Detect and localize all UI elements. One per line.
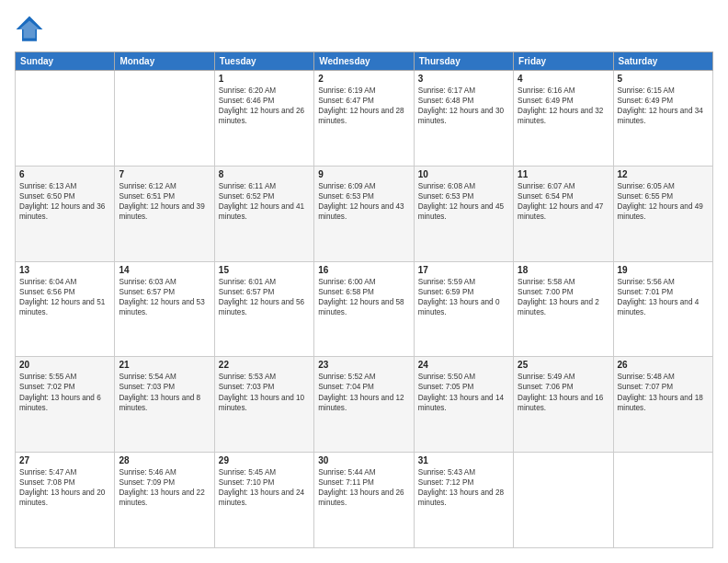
- day-number: 19: [618, 265, 709, 275]
- weekday-header-row: SundayMondayTuesdayWednesdayThursdayFrid…: [16, 52, 713, 71]
- calendar-cell: 23Sunrise: 5:52 AM Sunset: 7:04 PM Dayli…: [314, 357, 414, 453]
- calendar-cell: 4Sunrise: 6:16 AM Sunset: 6:49 PM Daylig…: [514, 71, 613, 167]
- calendar: SundayMondayTuesdayWednesdayThursdayFrid…: [15, 52, 713, 548]
- day-info: Sunrise: 5:49 AM Sunset: 7:06 PM Dayligh…: [518, 372, 609, 412]
- calendar-cell: 22Sunrise: 5:53 AM Sunset: 7:03 PM Dayli…: [214, 357, 313, 453]
- day-info: Sunrise: 5:53 AM Sunset: 7:03 PM Dayligh…: [219, 372, 310, 412]
- calendar-cell: 2Sunrise: 6:19 AM Sunset: 6:47 PM Daylig…: [314, 71, 414, 167]
- calendar-cell: 28Sunrise: 5:46 AM Sunset: 7:09 PM Dayli…: [115, 453, 214, 548]
- calendar-cell: [16, 71, 115, 167]
- calendar-cell: 20Sunrise: 5:55 AM Sunset: 7:02 PM Dayli…: [16, 357, 115, 453]
- day-info: Sunrise: 6:12 AM Sunset: 6:51 PM Dayligh…: [119, 181, 210, 222]
- calendar-cell: 9Sunrise: 6:09 AM Sunset: 6:53 PM Daylig…: [314, 166, 414, 261]
- day-number: 4: [518, 74, 609, 84]
- day-info: Sunrise: 5:43 AM Sunset: 7:12 PM Dayligh…: [418, 467, 509, 508]
- day-info: Sunrise: 6:16 AM Sunset: 6:49 PM Dayligh…: [518, 86, 609, 126]
- weekday-header-friday: Friday: [514, 52, 613, 71]
- day-info: Sunrise: 5:52 AM Sunset: 7:04 PM Dayligh…: [318, 372, 409, 412]
- day-number: 6: [19, 169, 110, 179]
- calendar-week-row: 1Sunrise: 6:20 AM Sunset: 6:46 PM Daylig…: [16, 71, 713, 167]
- day-number: 24: [418, 360, 509, 370]
- day-info: Sunrise: 5:50 AM Sunset: 7:05 PM Dayligh…: [418, 372, 509, 412]
- calendar-cell: 26Sunrise: 5:48 AM Sunset: 7:07 PM Dayli…: [613, 357, 712, 453]
- day-info: Sunrise: 6:03 AM Sunset: 6:57 PM Dayligh…: [119, 277, 210, 317]
- day-info: Sunrise: 5:58 AM Sunset: 7:00 PM Dayligh…: [518, 277, 609, 317]
- logo: [15, 15, 48, 44]
- day-info: Sunrise: 5:54 AM Sunset: 7:03 PM Dayligh…: [119, 372, 210, 412]
- calendar-cell: 18Sunrise: 5:58 AM Sunset: 7:00 PM Dayli…: [514, 261, 613, 357]
- day-number: 12: [618, 169, 709, 179]
- day-number: 20: [19, 360, 110, 370]
- day-info: Sunrise: 6:08 AM Sunset: 6:53 PM Dayligh…: [418, 181, 509, 222]
- calendar-cell: [115, 71, 214, 167]
- day-number: 5: [618, 74, 709, 84]
- day-info: Sunrise: 6:07 AM Sunset: 6:54 PM Dayligh…: [518, 181, 609, 222]
- calendar-cell: 17Sunrise: 5:59 AM Sunset: 6:59 PM Dayli…: [414, 261, 513, 357]
- calendar-cell: 12Sunrise: 6:05 AM Sunset: 6:55 PM Dayli…: [613, 166, 712, 261]
- calendar-cell: 6Sunrise: 6:13 AM Sunset: 6:50 PM Daylig…: [16, 166, 115, 261]
- weekday-header-sunday: Sunday: [16, 52, 115, 71]
- calendar-cell: 19Sunrise: 5:56 AM Sunset: 7:01 PM Dayli…: [613, 261, 712, 357]
- header: [15, 15, 713, 44]
- calendar-week-row: 6Sunrise: 6:13 AM Sunset: 6:50 PM Daylig…: [16, 166, 713, 261]
- day-number: 18: [518, 265, 609, 275]
- day-number: 2: [318, 74, 409, 84]
- weekday-header-monday: Monday: [115, 52, 214, 71]
- calendar-cell: 13Sunrise: 6:04 AM Sunset: 6:56 PM Dayli…: [16, 261, 115, 357]
- calendar-cell: [613, 453, 712, 548]
- day-number: 7: [119, 169, 210, 179]
- calendar-cell: 1Sunrise: 6:20 AM Sunset: 6:46 PM Daylig…: [214, 71, 313, 167]
- day-number: 31: [418, 455, 509, 465]
- day-info: Sunrise: 5:55 AM Sunset: 7:02 PM Dayligh…: [19, 372, 110, 412]
- weekday-header-thursday: Thursday: [414, 52, 513, 71]
- day-number: 3: [418, 74, 509, 84]
- day-info: Sunrise: 6:15 AM Sunset: 6:49 PM Dayligh…: [618, 86, 709, 126]
- day-info: Sunrise: 6:01 AM Sunset: 6:57 PM Dayligh…: [219, 277, 310, 317]
- day-info: Sunrise: 6:19 AM Sunset: 6:47 PM Dayligh…: [318, 86, 409, 126]
- day-info: Sunrise: 6:05 AM Sunset: 6:55 PM Dayligh…: [618, 181, 709, 222]
- calendar-week-row: 13Sunrise: 6:04 AM Sunset: 6:56 PM Dayli…: [16, 261, 713, 357]
- calendar-cell: 8Sunrise: 6:11 AM Sunset: 6:52 PM Daylig…: [214, 166, 313, 261]
- day-number: 27: [19, 455, 110, 465]
- day-number: 30: [318, 455, 409, 465]
- day-number: 13: [19, 265, 110, 275]
- day-info: Sunrise: 5:44 AM Sunset: 7:11 PM Dayligh…: [318, 467, 409, 508]
- day-number: 8: [219, 169, 310, 179]
- day-number: 15: [219, 265, 310, 275]
- day-number: 10: [418, 169, 509, 179]
- day-info: Sunrise: 6:11 AM Sunset: 6:52 PM Dayligh…: [219, 181, 310, 222]
- page: SundayMondayTuesdayWednesdayThursdayFrid…: [0, 0, 728, 563]
- calendar-week-row: 27Sunrise: 5:47 AM Sunset: 7:08 PM Dayli…: [16, 453, 713, 548]
- day-number: 11: [518, 169, 609, 179]
- calendar-cell: 16Sunrise: 6:00 AM Sunset: 6:58 PM Dayli…: [314, 261, 414, 357]
- day-number: 22: [219, 360, 310, 370]
- day-number: 9: [318, 169, 409, 179]
- calendar-cell: 14Sunrise: 6:03 AM Sunset: 6:57 PM Dayli…: [115, 261, 214, 357]
- day-number: 16: [318, 265, 409, 275]
- logo-icon: [15, 15, 44, 44]
- day-number: 26: [618, 360, 709, 370]
- day-info: Sunrise: 6:13 AM Sunset: 6:50 PM Dayligh…: [19, 181, 110, 222]
- weekday-header-wednesday: Wednesday: [314, 52, 414, 71]
- calendar-cell: 30Sunrise: 5:44 AM Sunset: 7:11 PM Dayli…: [314, 453, 414, 548]
- calendar-cell: 21Sunrise: 5:54 AM Sunset: 7:03 PM Dayli…: [115, 357, 214, 453]
- day-info: Sunrise: 6:09 AM Sunset: 6:53 PM Dayligh…: [318, 181, 409, 222]
- calendar-cell: 5Sunrise: 6:15 AM Sunset: 6:49 PM Daylig…: [613, 71, 712, 167]
- calendar-cell: 7Sunrise: 6:12 AM Sunset: 6:51 PM Daylig…: [115, 166, 214, 261]
- day-info: Sunrise: 5:47 AM Sunset: 7:08 PM Dayligh…: [19, 467, 110, 508]
- day-info: Sunrise: 5:46 AM Sunset: 7:09 PM Dayligh…: [119, 467, 210, 508]
- day-info: Sunrise: 5:45 AM Sunset: 7:10 PM Dayligh…: [219, 467, 310, 508]
- day-info: Sunrise: 6:04 AM Sunset: 6:56 PM Dayligh…: [19, 277, 110, 317]
- day-number: 1: [219, 74, 310, 84]
- calendar-cell: 15Sunrise: 6:01 AM Sunset: 6:57 PM Dayli…: [214, 261, 313, 357]
- calendar-cell: 27Sunrise: 5:47 AM Sunset: 7:08 PM Dayli…: [16, 453, 115, 548]
- calendar-cell: 25Sunrise: 5:49 AM Sunset: 7:06 PM Dayli…: [514, 357, 613, 453]
- day-number: 28: [119, 455, 210, 465]
- day-number: 25: [518, 360, 609, 370]
- day-number: 17: [418, 265, 509, 275]
- day-number: 21: [119, 360, 210, 370]
- day-info: Sunrise: 5:59 AM Sunset: 6:59 PM Dayligh…: [418, 277, 509, 317]
- weekday-header-tuesday: Tuesday: [214, 52, 313, 71]
- day-number: 14: [119, 265, 210, 275]
- weekday-header-saturday: Saturday: [613, 52, 712, 71]
